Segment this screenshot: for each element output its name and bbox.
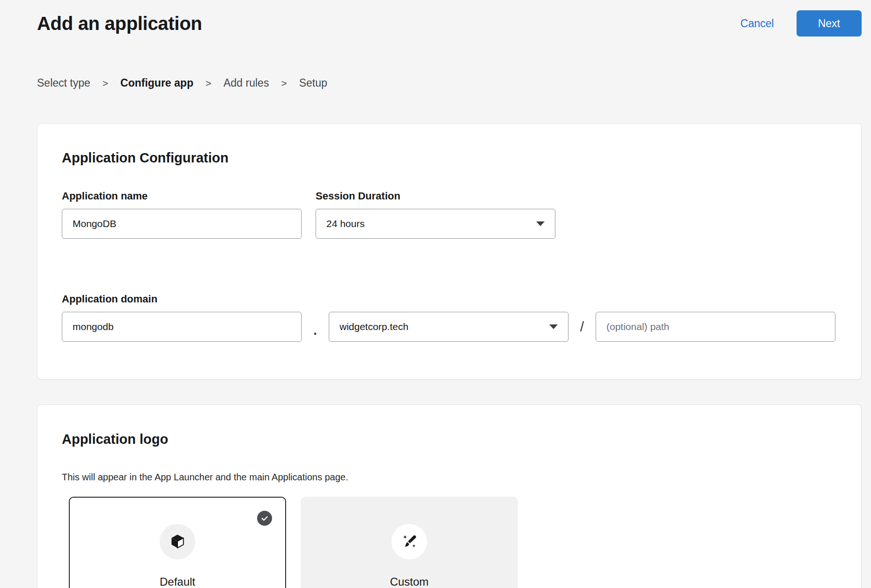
page-title: Add an application (37, 12, 202, 35)
application-name-input[interactable] (62, 209, 302, 239)
breadcrumb-step-configure-app[interactable]: Configure app (120, 77, 193, 89)
logo-option-default-label: Default (160, 575, 195, 588)
path-input[interactable] (596, 312, 835, 342)
cancel-button[interactable]: Cancel (740, 17, 774, 30)
logo-card-description: This will appear in the App Launcher and… (62, 471, 837, 483)
session-duration-label: Session Duration (316, 190, 555, 202)
paintbrush-icon (391, 524, 427, 559)
application-name-field: Application name (62, 190, 302, 239)
application-logo-card: Application logo This will appear in the… (37, 404, 862, 588)
logo-option-default[interactable]: Default (69, 497, 286, 588)
chevron-down-icon (536, 221, 545, 226)
logo-option-custom-label: Custom (390, 575, 429, 588)
slash-separator: / (568, 319, 596, 335)
breadcrumb-step-select-type[interactable]: Select type (37, 77, 90, 89)
application-name-label: Application name (62, 190, 302, 202)
breadcrumb-separator: > (281, 78, 287, 89)
breadcrumb-separator: > (103, 78, 108, 89)
breadcrumb-step-setup[interactable]: Setup (299, 77, 327, 89)
configuration-card-title: Application Configuration (62, 150, 837, 166)
session-duration-select[interactable]: 24 hours (316, 209, 555, 239)
dot-separator: . (302, 316, 329, 338)
cube-icon (160, 524, 195, 559)
domain-select[interactable]: widgetcorp.tech (329, 312, 568, 342)
header-actions: Cancel Next (740, 10, 862, 37)
selected-check-icon (257, 511, 272, 526)
application-configuration-card: Application Configuration Application na… (37, 123, 862, 380)
application-domain-row: . widgetcorp.tech / (62, 312, 837, 342)
logo-option-custom[interactable]: Custom (301, 497, 518, 588)
chevron-down-icon (549, 324, 558, 329)
application-domain-field: Application domain . widgetcorp.tech / (62, 293, 837, 342)
subdomain-input[interactable] (62, 312, 302, 342)
domain-select-value: widgetcorp.tech (340, 321, 408, 332)
session-duration-field: Session Duration 24 hours (316, 190, 555, 239)
session-duration-value: 24 hours (326, 218, 365, 229)
next-button[interactable]: Next (797, 10, 862, 37)
page-header: Add an application Cancel Next (37, 0, 862, 37)
add-application-page: Add an application Cancel Next Select ty… (0, 0, 871, 588)
application-domain-label: Application domain (62, 293, 837, 305)
logo-options: Default Custom (62, 497, 837, 588)
wizard-breadcrumb: Select type > Configure app > Add rules … (37, 77, 862, 89)
name-duration-row: Application name Session Duration 24 hou… (62, 190, 837, 239)
logo-card-title: Application logo (62, 431, 837, 447)
breadcrumb-separator: > (206, 78, 211, 89)
breadcrumb-step-add-rules[interactable]: Add rules (223, 77, 269, 89)
